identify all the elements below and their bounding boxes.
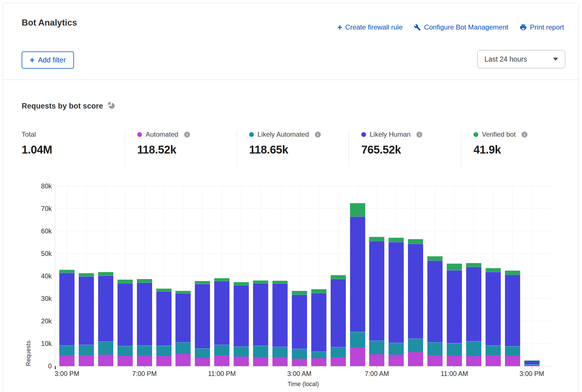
bar-segment-likely-human[interactable] (195, 284, 210, 348)
bar-segment-automated[interactable] (292, 359, 307, 366)
bar-segment-likely-human[interactable] (331, 279, 346, 347)
bar-segment-verified-bot[interactable] (331, 275, 346, 279)
bar-segment-likely-automated[interactable] (272, 347, 288, 357)
bar-segment-verified-bot[interactable] (156, 289, 172, 291)
bar-segment-likely-automated[interactable] (292, 349, 307, 359)
bar-segment-likely-automated[interactable] (505, 346, 520, 356)
bar-segment-verified-bot[interactable] (272, 281, 288, 283)
time-range-select[interactable]: Last 24 hours (477, 50, 565, 68)
bar-segment-likely-human[interactable] (447, 270, 462, 343)
info-icon[interactable]: i (184, 132, 190, 138)
bar-segment-verified-bot[interactable] (505, 271, 520, 275)
bar-segment-automated[interactable] (466, 356, 481, 366)
bar-segment-likely-automated[interactable] (486, 345, 501, 355)
bar-segment-likely-human[interactable] (175, 293, 191, 342)
bar-segment-verified-bot[interactable] (350, 203, 365, 217)
bar-segment-likely-human[interactable] (311, 293, 326, 352)
bar-segment-likely-human[interactable] (486, 272, 501, 345)
bar-segment-likely-human[interactable] (253, 283, 268, 346)
bar-segment-likely-human[interactable] (427, 261, 443, 342)
bar-segment-automated[interactable] (311, 358, 326, 366)
bar-segment-verified-bot[interactable] (427, 256, 443, 261)
bar-segment-likely-automated[interactable] (311, 352, 326, 358)
bar-segment-verified-bot[interactable] (195, 281, 210, 284)
bar-segment-likely-automated[interactable] (369, 341, 384, 354)
bar-segment-likely-human[interactable] (369, 241, 384, 341)
info-icon[interactable]: i (522, 132, 527, 138)
bar-segment-likely-automated[interactable] (408, 339, 423, 352)
configure-bot-management-link[interactable]: Configure Bot Management (414, 23, 508, 31)
bar-segment-likely-automated[interactable] (234, 346, 249, 357)
bar-segment-verified-bot[interactable] (466, 263, 481, 267)
bar-segment-automated[interactable] (156, 356, 172, 366)
bar-segment-automated[interactable] (408, 352, 423, 366)
bar-segment-verified-bot[interactable] (118, 280, 133, 283)
bar-segment-likely-human[interactable] (505, 275, 520, 346)
bar-segment-verified-bot[interactable] (98, 272, 113, 276)
bar-segment-likely-automated[interactable] (156, 346, 172, 356)
bar-segment-verified-bot[interactable] (175, 291, 191, 293)
bar-segment-automated[interactable] (195, 358, 210, 366)
bar-segment-automated[interactable] (253, 357, 268, 366)
bar-segment-automated[interactable] (486, 355, 501, 366)
bar-segment-likely-human[interactable] (292, 295, 307, 349)
bar-segment-automated[interactable] (505, 356, 520, 366)
bar-segment-likely-automated[interactable] (253, 346, 268, 357)
bar-segment-verified-bot[interactable] (447, 263, 462, 270)
bar-segment-automated[interactable] (427, 355, 443, 366)
bar-segment-automated[interactable] (234, 357, 249, 366)
add-filter-button[interactable]: + Add filter (22, 51, 74, 69)
bar-segment-likely-human[interactable] (214, 281, 229, 345)
bar-segment-automated[interactable] (369, 354, 384, 366)
bar-segment-automated[interactable] (447, 356, 462, 366)
bar-segment-automated[interactable] (389, 355, 404, 366)
bar-segment-verified-bot[interactable] (137, 279, 152, 283)
bar-segment-likely-automated[interactable] (427, 342, 443, 355)
bar-segment-likely-human[interactable] (98, 276, 113, 341)
bar-segment-automated[interactable] (98, 355, 113, 366)
bar-segment-likely-human[interactable] (466, 267, 481, 341)
bar-segment-likely-automated[interactable] (331, 347, 346, 357)
bar-segment-automated[interactable] (350, 348, 365, 366)
bar-segment-likely-automated[interactable] (447, 343, 462, 356)
bar-segment-likely-automated[interactable] (118, 346, 133, 356)
bar-segment-likely-automated[interactable] (175, 342, 191, 354)
bar-segment-automated[interactable] (175, 354, 191, 366)
bar-segment-automated[interactable] (79, 355, 94, 366)
bar-segment-likely-automated[interactable] (98, 341, 113, 355)
bar-segment-likely-automated[interactable] (79, 345, 94, 355)
print-report-link[interactable]: Print report (520, 23, 564, 31)
bar-segment-likely-human[interactable] (272, 283, 288, 347)
bar-segment-automated[interactable] (59, 355, 75, 366)
bar-segment-likely-human[interactable] (350, 217, 365, 332)
bar-segment-verified-bot[interactable] (234, 282, 249, 285)
bar-segment-likely-automated[interactable] (389, 343, 404, 355)
bar-segment-likely-automated[interactable] (59, 345, 75, 355)
bar-segment-likely-human[interactable] (156, 291, 172, 346)
bar-segment-verified-bot[interactable] (79, 273, 94, 276)
bar-segment-verified-bot[interactable] (408, 239, 423, 244)
bar-segment-likely-automated[interactable] (466, 341, 481, 356)
bar-segment-likely-human[interactable] (234, 285, 249, 346)
bar-segment-verified-bot[interactable] (292, 291, 307, 295)
bar-segment-likely-automated[interactable] (350, 332, 365, 348)
bar-segment-likely-automated[interactable] (137, 345, 152, 356)
bar-segment-verified-bot[interactable] (389, 238, 404, 242)
bar-segment-verified-bot[interactable] (253, 280, 268, 283)
bar-segment-verified-bot[interactable] (214, 278, 229, 281)
bar-segment-automated[interactable] (214, 355, 229, 366)
bar-segment-automated[interactable] (272, 357, 288, 366)
info-icon[interactable]: i (416, 132, 422, 138)
bar-segment-verified-bot[interactable] (486, 268, 501, 272)
bar-segment-likely-human[interactable] (408, 244, 423, 339)
bar-segment-likely-human[interactable] (79, 276, 94, 345)
bar-segment-verified-bot[interactable] (311, 289, 326, 293)
bar-segment-likely-human[interactable] (118, 283, 133, 346)
bar-segment-likely-automated[interactable] (524, 364, 540, 365)
bar-segment-likely-automated[interactable] (214, 345, 229, 355)
bar-segment-verified-bot[interactable] (369, 237, 384, 241)
bar-segment-automated[interactable] (137, 356, 152, 366)
bar-segment-likely-human[interactable] (389, 242, 404, 343)
create-firewall-rule-link[interactable]: + Create firewall rule (337, 23, 403, 31)
bar-segment-automated[interactable] (331, 357, 346, 366)
